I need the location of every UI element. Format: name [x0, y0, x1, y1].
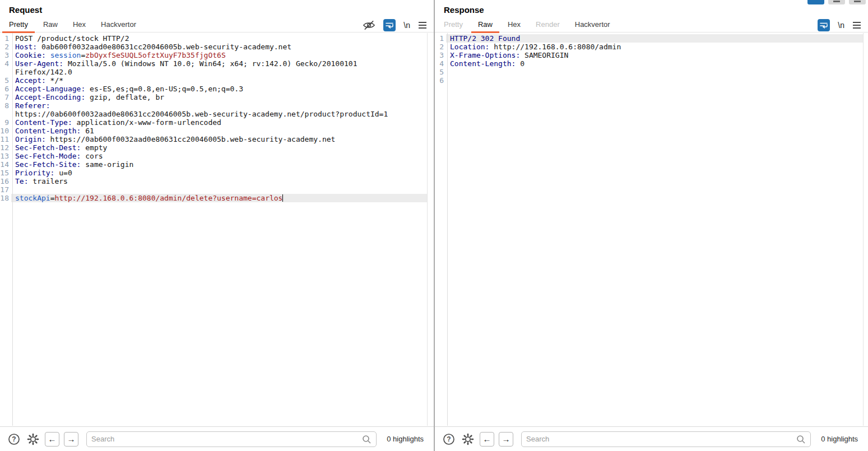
- gear-icon: [27, 433, 39, 445]
- code-line[interactable]: 15Priority: u=0: [0, 169, 427, 177]
- line-content: X-Frame-Options: SAMEORIGIN: [446, 51, 863, 59]
- code-line[interactable]: 5Accept: */*: [0, 76, 427, 85]
- response-editor[interactable]: 1HTTP/2 302 Found2Location: http://192.1…: [435, 33, 864, 426]
- code-line[interactable]: 16Te: trailers: [0, 177, 427, 185]
- response-settings-button[interactable]: [461, 432, 475, 447]
- line-content: Sec-Fetch-Mode: cors: [11, 152, 427, 160]
- line-content: https://0ab600f0032aad0e80631cc20046005b…: [11, 110, 427, 118]
- dash-icon: [833, 1, 840, 2]
- code-line[interactable]: 3X-Frame-Options: SAMEORIGIN: [435, 51, 863, 59]
- code-line[interactable]: 2Location: http://192.168.0.6:8080/admin: [435, 43, 863, 51]
- line-content: Referer:: [11, 101, 427, 110]
- layout-toggle-button-2[interactable]: [828, 0, 845, 4]
- code-line[interactable]: 6: [435, 76, 863, 85]
- tab-hex[interactable]: Hex: [73, 18, 86, 32]
- tab-hackvertor[interactable]: Hackvertor: [101, 18, 136, 32]
- request-search-box[interactable]: [86, 431, 377, 447]
- request-help-button[interactable]: ?: [7, 432, 21, 447]
- line-content: Content-Length: 61: [11, 127, 427, 135]
- response-panel: Response PrettyRawHexRenderHackvertor \n: [435, 0, 868, 451]
- hamburger-menu-icon: [418, 21, 427, 29]
- word-wrap-icon: [386, 21, 393, 29]
- response-next-match-button[interactable]: →: [499, 432, 513, 447]
- layout-toggle-button-3[interactable]: [849, 0, 866, 4]
- right-arrow-icon: →: [67, 434, 76, 444]
- response-highlights-count: 0 highlights: [821, 435, 858, 443]
- code-line[interactable]: 4Content-Length: 0: [435, 59, 863, 68]
- code-line[interactable]: Firefox/142.0: [0, 68, 427, 76]
- response-help-button[interactable]: ?: [442, 432, 456, 447]
- request-statusbar: ? ← →: [0, 426, 434, 451]
- response-panel-title: Response: [444, 5, 484, 15]
- code-line[interactable]: 12Sec-Fetch-Dest: empty: [0, 143, 427, 152]
- response-search-box[interactable]: [521, 431, 811, 447]
- line-number: 1: [0, 34, 11, 43]
- tab-raw[interactable]: Raw: [478, 18, 493, 32]
- line-number: 13: [0, 152, 11, 160]
- code-line[interactable]: 2Host: 0ab600f0032aad0e80631cc20046005b.…: [0, 43, 427, 51]
- line-content: Location: http://192.168.0.6:8080/admin: [446, 43, 863, 51]
- code-line[interactable]: 10Content-Length: 61: [0, 127, 427, 135]
- line-content: POST /product/stock HTTP/2: [11, 34, 427, 43]
- response-statusbar: ? ← →: [435, 426, 868, 451]
- code-line[interactable]: 11Origin: https://0ab600f0032aad0e80631c…: [0, 135, 427, 143]
- left-arrow-icon: ←: [483, 434, 491, 444]
- svg-text:?: ?: [12, 435, 16, 443]
- response-prev-match-button[interactable]: ←: [480, 432, 494, 447]
- response-menu-button[interactable]: [852, 21, 861, 29]
- tab-render: Render: [536, 18, 560, 32]
- word-wrap-toggle-button[interactable]: [383, 19, 396, 31]
- hide-content-button[interactable]: [363, 20, 375, 31]
- response-search-input[interactable]: [526, 435, 796, 443]
- code-line[interactable]: 9Content-Type: application/x-www-form-ur…: [0, 118, 427, 127]
- line-number: 11: [0, 135, 11, 143]
- word-wrap-toggle-button[interactable]: [818, 19, 830, 31]
- request-editor[interactable]: 1POST /product/stock HTTP/22Host: 0ab600…: [0, 33, 428, 426]
- request-next-match-button[interactable]: →: [64, 432, 78, 447]
- line-content: Accept: */*: [11, 76, 427, 85]
- code-line[interactable]: 14Sec-Fetch-Site: same-origin: [0, 160, 427, 169]
- line-content: Sec-Fetch-Dest: empty: [11, 143, 427, 152]
- line-number: 4: [0, 59, 11, 68]
- code-line[interactable]: 13Sec-Fetch-Mode: cors: [0, 152, 427, 160]
- code-line[interactable]: 8Referer:: [0, 101, 427, 110]
- request-prev-match-button[interactable]: ←: [45, 432, 59, 447]
- line-content: Cookie: session=zbOyxfSeSUQL5ofztXuyF7b3…: [11, 51, 427, 59]
- tab-hex[interactable]: Hex: [508, 18, 521, 32]
- line-number: 4: [435, 59, 446, 68]
- code-line[interactable]: 1POST /product/stock HTTP/2: [0, 34, 427, 43]
- line-content: Te: trailers: [11, 177, 427, 185]
- newline-icon: \n: [838, 21, 844, 30]
- line-number: 2: [435, 43, 446, 51]
- code-line[interactable]: 1HTTP/2 302 Found: [435, 34, 863, 43]
- dash-icon: [854, 1, 861, 2]
- line-content: stockApi=http://192.168.0.6:8080/admin/d…: [11, 194, 427, 202]
- tab-hackvertor[interactable]: Hackvertor: [575, 18, 610, 32]
- code-line[interactable]: 18stockApi=http://192.168.0.6:8080/admin…: [0, 194, 427, 202]
- line-content: Firefox/142.0: [11, 68, 427, 76]
- code-line[interactable]: 6Accept-Language: es-ES,es;q=0.8,en-US;q…: [0, 85, 427, 93]
- line-content: Host: 0ab600f0032aad0e80631cc20046005b.w…: [11, 43, 427, 51]
- newline-toggle-button[interactable]: \n: [838, 21, 844, 30]
- line-content: Priority: u=0: [11, 169, 427, 177]
- layout-toggle-button-1[interactable]: [807, 0, 824, 4]
- text-cursor: [282, 194, 283, 202]
- code-line[interactable]: 3Cookie: session=zbOyxfSeSUQL5ofztXuyF7b…: [0, 51, 427, 59]
- code-line[interactable]: 17: [0, 185, 427, 194]
- tab-pretty[interactable]: Pretty: [9, 18, 28, 32]
- code-line[interactable]: 4User-Agent: Mozilla/5.0 (Windows NT 10.…: [0, 59, 427, 68]
- request-settings-button[interactable]: [26, 432, 40, 447]
- code-line[interactable]: 5: [435, 68, 863, 76]
- tab-raw[interactable]: Raw: [43, 18, 58, 32]
- code-line[interactable]: https://0ab600f0032aad0e80631cc20046005b…: [0, 110, 427, 118]
- help-icon: ?: [443, 433, 455, 445]
- line-content: Origin: https://0ab600f0032aad0e80631cc2…: [11, 135, 427, 143]
- line-number: 2: [0, 43, 11, 51]
- request-menu-button[interactable]: [418, 21, 427, 29]
- newline-toggle-button[interactable]: \n: [403, 21, 410, 30]
- line-number: 3: [0, 51, 11, 59]
- line-number: [0, 68, 11, 76]
- line-number: 18: [0, 194, 11, 202]
- request-search-input[interactable]: [91, 435, 361, 443]
- code-line[interactable]: 7Accept-Encoding: gzip, deflate, br: [0, 93, 427, 101]
